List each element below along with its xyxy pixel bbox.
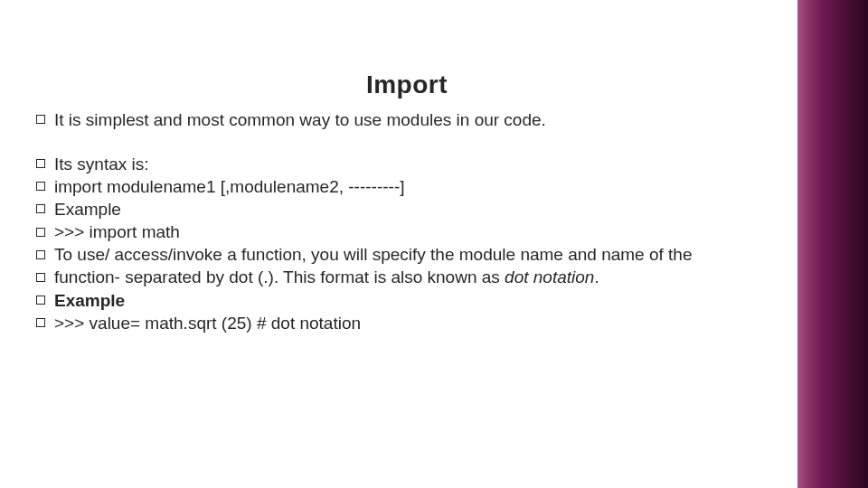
bullet-item: >>> value= math.sqrt (25) # dot notation: [36, 312, 778, 334]
spacer: [36, 131, 778, 153]
bullet-item: It is simplest and most common way to us…: [36, 108, 778, 131]
bullet-text: >>> value= math.sqrt (25) # dot notation: [54, 314, 361, 333]
bullet-text: It is simplest and most common way to us…: [54, 110, 546, 129]
bullet-text: Example: [54, 291, 125, 310]
slide: Import It is simplest and most common wa…: [0, 0, 868, 488]
bullet-list-top: It is simplest and most common way to us…: [36, 108, 778, 131]
slide-content: Import It is simplest and most common wa…: [36, 70, 778, 334]
bullet-text: dot notation: [505, 267, 594, 286]
bullet-text: >>> import math: [54, 222, 180, 241]
bullet-text: .: [594, 267, 599, 286]
bullet-text: Its syntax is:: [54, 155, 149, 174]
sidebar-accent: [797, 0, 868, 488]
bullet-text: To use/ access/invoke a function, you wi…: [54, 245, 693, 264]
bullet-text: function- separated by dot (.). This for…: [54, 267, 505, 286]
bullet-list-main: Its syntax is:import modulename1 [,modul…: [36, 153, 778, 334]
bullet-text: import modulename1 [,modulename2, ------…: [54, 177, 405, 196]
slide-title: Import: [36, 70, 778, 99]
bullet-item: Its syntax is:: [36, 153, 778, 175]
bullet-item: Example: [36, 198, 778, 221]
bullet-item: Example: [36, 289, 778, 312]
bullet-item: To use/ access/invoke a function, you wi…: [36, 243, 778, 266]
bullet-item: >>> import math: [36, 221, 778, 243]
bullet-item: import modulename1 [,modulename2, ------…: [36, 175, 778, 198]
bullet-item: function- separated by dot (.). This for…: [36, 266, 778, 288]
bullet-text: Example: [54, 200, 121, 219]
